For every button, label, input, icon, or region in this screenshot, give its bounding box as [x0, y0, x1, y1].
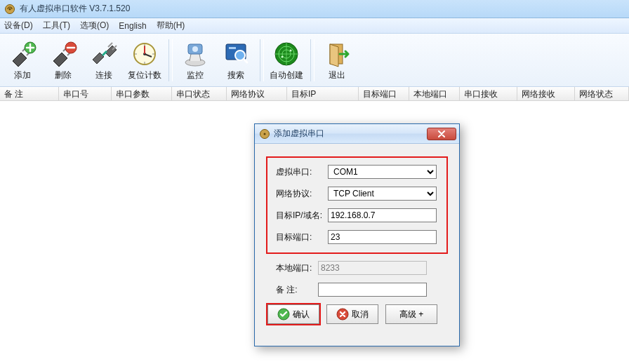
input-port[interactable] [328, 230, 437, 244]
menu-device[interactable]: 设备(D) [4, 20, 33, 32]
col-target-port[interactable]: 目标端口 [359, 87, 409, 100]
delete-plug-icon [49, 40, 77, 68]
close-icon [437, 130, 446, 137]
col-net-state[interactable]: 网络状态 [575, 87, 629, 100]
monitor-icon [181, 40, 209, 68]
dialog-button-row: 确认 取消 高级 + [266, 304, 448, 324]
label-proto: 网络协议: [276, 188, 328, 200]
col-net-recv[interactable]: 网络接收 [517, 87, 575, 100]
toolbar-separator-2 [260, 39, 264, 81]
search-icon [222, 40, 250, 68]
delete-button-label: 删除 [55, 69, 72, 81]
exit-button-label: 退出 [329, 69, 345, 81]
reset-count-button-label: 复位计数 [128, 69, 161, 81]
search-button[interactable]: 搜索 [216, 36, 256, 84]
row-port: 目标端口: [276, 230, 438, 244]
window-titlebar: 有人虚拟串口软件 V3.7.1.520 [0, 0, 629, 18]
menu-options[interactable]: 选项(O) [80, 20, 109, 32]
auto-create-icon [272, 40, 300, 68]
search-button-label: 搜索 [227, 69, 244, 81]
exit-button[interactable]: 退出 [317, 36, 357, 84]
connect-button-label: 连接 [95, 69, 112, 81]
input-local-port [318, 261, 427, 275]
toolbar-separator-1 [168, 39, 173, 81]
col-local-port[interactable]: 本地端口 [409, 87, 460, 100]
dialog-body: 虚拟串口: COM1 网络协议: TCP Client 目标IP/域名: 目标端… [255, 144, 459, 332]
menu-english[interactable]: English [119, 21, 146, 31]
exit-icon [323, 40, 351, 68]
col-target-ip[interactable]: 目标IP [287, 87, 359, 100]
select-proto[interactable]: TCP Client [328, 187, 437, 201]
reset-count-button[interactable]: 复位计数 [125, 36, 164, 84]
ok-button-label: 确认 [293, 309, 310, 321]
row-local-port: 本地端口: [266, 261, 448, 275]
add-button-label: 添加 [14, 69, 31, 81]
row-remark: 备 注: [266, 283, 448, 297]
col-com-params[interactable]: 串口参数 [112, 87, 172, 100]
svg-point-19 [264, 133, 266, 135]
svg-point-8 [192, 46, 198, 52]
input-ip[interactable] [328, 208, 437, 222]
highlighted-form-group: 虚拟串口: COM1 网络协议: TCP Client 目标IP/域名: 目标端… [266, 156, 448, 254]
connect-icon [90, 40, 118, 68]
cancel-x-icon [336, 308, 349, 321]
add-plug-icon [8, 40, 37, 68]
monitor-button-label: 监控 [187, 69, 204, 81]
delete-button[interactable]: 删除 [44, 36, 83, 84]
label-ip: 目标IP/域名: [276, 210, 328, 222]
toolbar-separator-3 [310, 39, 314, 81]
menu-bar: 设备(D) 工具(T) 选项(O) English 帮助(H) [0, 18, 629, 34]
svg-rect-11 [229, 47, 236, 49]
window-title: 有人虚拟串口软件 V3.7.1.520 [20, 3, 130, 15]
label-port: 目标端口: [276, 231, 328, 243]
row-proto: 网络协议: TCP Client [276, 187, 438, 201]
label-remark: 备 注: [266, 284, 318, 296]
col-com-state[interactable]: 串口状态 [172, 87, 227, 100]
advanced-button[interactable]: 高级 + [385, 304, 437, 324]
advanced-button-label: 高级 + [399, 309, 423, 321]
label-vcom: 虚拟串口: [276, 166, 328, 178]
select-vcom[interactable]: COM1 [328, 165, 437, 179]
menu-help[interactable]: 帮助(H) [157, 20, 185, 32]
input-remark[interactable] [318, 283, 427, 297]
add-vcom-dialog: 添加虚拟串口 虚拟串口: COM1 网络协议: TCP Client 目标IP/… [254, 123, 460, 346]
label-local-port: 本地端口: [266, 262, 318, 274]
app-icon [4, 4, 15, 15]
monitor-button[interactable]: 监控 [176, 36, 215, 84]
menu-tools[interactable]: 工具(T) [43, 20, 70, 32]
toolbar: 添加 删除 连接 复位计数 监控 搜索 自动创建 [0, 34, 629, 87]
row-vcom: 虚拟串口: COM1 [276, 165, 438, 179]
col-net-proto[interactable]: 网络协议 [227, 87, 287, 100]
dialog-titlebar[interactable]: 添加虚拟串口 [255, 124, 459, 144]
svg-point-15 [282, 55, 284, 58]
col-com-no[interactable]: 串口号 [59, 87, 112, 100]
add-button[interactable]: 添加 [3, 36, 42, 84]
cancel-button[interactable]: 取消 [326, 304, 378, 324]
col-com-recv[interactable]: 串口接收 [460, 87, 517, 100]
col-remark[interactable]: 备 注 [0, 87, 59, 100]
auto-create-button-label: 自动创建 [270, 69, 303, 81]
svg-point-1 [9, 8, 11, 10]
list-header: 备 注 串口号 串口参数 串口状态 网络协议 目标IP 目标端口 本地端口 串口… [0, 87, 629, 101]
cancel-button-label: 取消 [352, 309, 369, 321]
dialog-icon [259, 128, 270, 140]
row-ip: 目标IP/域名: [276, 208, 438, 222]
dialog-close-button[interactable] [427, 128, 456, 140]
ok-check-icon [277, 308, 290, 321]
connect-button[interactable]: 连接 [84, 36, 124, 84]
auto-create-button[interactable]: 自动创建 [267, 36, 306, 84]
svg-point-16 [290, 49, 292, 51]
ok-button[interactable]: 确认 [267, 304, 319, 324]
dialog-title: 添加虚拟串口 [274, 128, 427, 140]
reset-count-icon [131, 40, 159, 68]
